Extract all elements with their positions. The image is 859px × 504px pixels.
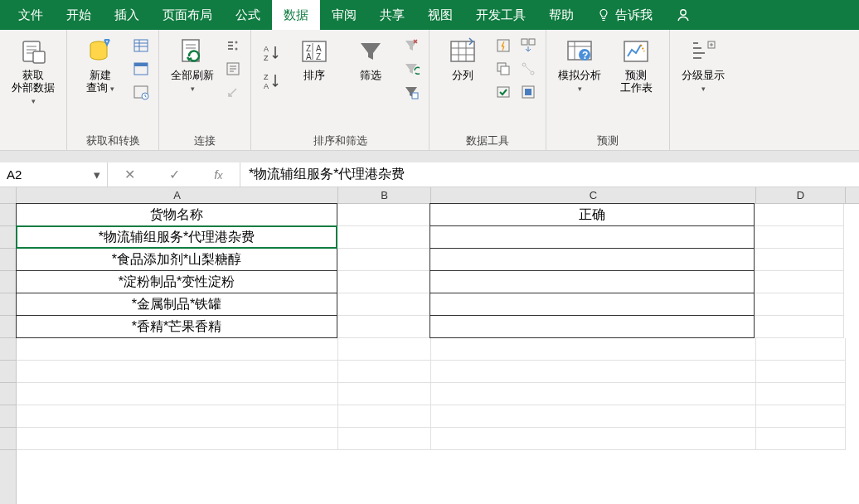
cell[interactable] (756, 428, 846, 450)
cell[interactable] (431, 383, 756, 405)
get-external-data-button[interactable]: 获取 外部数据 ▾ (8, 33, 58, 107)
cell[interactable] (17, 405, 338, 428)
cell-D5[interactable] (755, 293, 844, 316)
sort-desc-button[interactable]: ZA (260, 70, 283, 93)
row-header[interactable] (0, 204, 16, 226)
cell[interactable] (338, 428, 431, 450)
cell-C5[interactable] (430, 293, 755, 316)
cell[interactable] (17, 428, 338, 450)
show-queries-button[interactable] (132, 36, 150, 55)
row-header[interactable] (0, 361, 16, 383)
cell-A5[interactable]: *金属制品*铁罐 (16, 293, 337, 316)
row-header[interactable] (0, 428, 16, 450)
tab-help[interactable]: 帮助 (537, 0, 585, 30)
remove-duplicates-button[interactable] (494, 60, 512, 78)
cell[interactable] (756, 338, 846, 361)
cell[interactable] (756, 405, 846, 428)
profile-icon[interactable] (671, 0, 696, 30)
cell[interactable] (431, 361, 756, 383)
cell-D2[interactable] (755, 226, 844, 249)
properties-button[interactable] (224, 60, 242, 78)
cell-A3[interactable]: *食品添加剂*山梨糖醇 (16, 248, 337, 271)
cell-B3[interactable] (337, 249, 430, 271)
tab-layout[interactable]: 页面布局 (151, 0, 224, 30)
connections-button[interactable] (224, 36, 242, 55)
cell-A2[interactable]: *物流辅组服务*代理港杂费 (16, 225, 337, 249)
from-table-button[interactable] (132, 60, 150, 78)
cell[interactable] (431, 428, 756, 450)
edit-links-button[interactable] (224, 83, 242, 101)
row-header[interactable] (0, 293, 16, 316)
row-header[interactable] (0, 316, 16, 338)
cell-C1[interactable]: 正确 (430, 203, 755, 226)
data-model-button[interactable] (519, 83, 537, 101)
clear-filter-button[interactable] (402, 36, 420, 55)
row-header[interactable] (0, 383, 16, 405)
cell-B6[interactable] (337, 316, 430, 338)
cancel-formula-button[interactable]: ✕ (124, 167, 135, 182)
col-header-C[interactable]: C (431, 187, 756, 203)
cell-C3[interactable] (430, 248, 755, 271)
forecast-sheet-button[interactable]: 预测 工作表 (611, 33, 661, 94)
cell[interactable] (338, 361, 431, 383)
cell[interactable] (756, 361, 846, 383)
col-header-A[interactable]: A (17, 187, 338, 203)
flash-fill-button[interactable] (494, 36, 512, 55)
cell[interactable] (431, 338, 756, 361)
cell-A4[interactable]: *淀粉制品*变性淀粉 (16, 270, 337, 293)
name-box-dropdown-icon[interactable]: ▾ (94, 167, 100, 182)
col-header-B[interactable]: B (338, 187, 431, 203)
text-to-columns-button[interactable]: 分列 (438, 33, 488, 82)
cell[interactable] (756, 383, 846, 405)
cell-B4[interactable] (337, 271, 430, 293)
col-header-D[interactable]: D (756, 187, 846, 203)
name-box[interactable]: A2 ▾ (0, 162, 108, 187)
consolidate-button[interactable] (519, 36, 537, 55)
tab-dev[interactable]: 开发工具 (464, 0, 537, 30)
confirm-formula-button[interactable]: ✓ (169, 167, 180, 182)
new-query-button[interactable]: 新建 查询 ▾ (75, 33, 125, 94)
row-header[interactable] (0, 249, 16, 271)
tab-formula[interactable]: 公式 (224, 0, 272, 30)
data-validation-button[interactable] (494, 83, 512, 101)
tab-tellme[interactable]: 告诉我 (585, 0, 664, 30)
cell-C2[interactable] (430, 225, 755, 249)
row-header[interactable] (0, 405, 16, 428)
cell-A1[interactable]: 货物名称 (16, 203, 337, 226)
cell-D1[interactable] (755, 204, 844, 226)
row-header[interactable] (0, 338, 16, 361)
recent-sources-button[interactable] (132, 83, 150, 101)
cell[interactable] (338, 383, 431, 405)
outline-button[interactable]: 分级显示▾ (678, 33, 728, 94)
cell-D6[interactable] (755, 316, 844, 338)
cell-A6[interactable]: *香精*芒果香精 (16, 315, 337, 338)
cell[interactable] (17, 361, 338, 383)
tab-data[interactable]: 数据 (272, 0, 320, 30)
cell[interactable] (338, 338, 431, 361)
relationships-button[interactable] (519, 60, 537, 78)
cell-B1[interactable] (337, 204, 430, 226)
row-header[interactable] (0, 226, 16, 249)
fx-button[interactable]: fx (214, 167, 222, 182)
tab-review[interactable]: 审阅 (320, 0, 368, 30)
formula-input[interactable]: *物流辅组服务*代理港杂费 (240, 162, 859, 187)
reapply-button[interactable] (402, 60, 420, 78)
row-header[interactable] (0, 271, 16, 293)
tab-view[interactable]: 视图 (416, 0, 464, 30)
cell[interactable] (17, 383, 338, 405)
refresh-all-button[interactable]: 全部刷新▾ (167, 33, 217, 94)
cell-B2[interactable] (337, 226, 430, 249)
sort-asc-button[interactable]: AZ (260, 41, 283, 65)
cell-B5[interactable] (337, 293, 430, 316)
cell-D4[interactable] (755, 271, 844, 293)
cell[interactable] (17, 338, 338, 361)
whatif-button[interactable]: ? 模拟分析▾ (555, 33, 604, 94)
select-all-corner[interactable] (0, 187, 16, 204)
cell-D3[interactable] (755, 249, 844, 271)
cell-C6[interactable] (430, 315, 755, 338)
tab-share[interactable]: 共享 (368, 0, 416, 30)
cell[interactable] (431, 405, 756, 428)
tab-insert[interactable]: 插入 (103, 0, 151, 30)
advanced-filter-button[interactable] (402, 83, 420, 101)
tab-file[interactable]: 文件 (7, 0, 55, 30)
